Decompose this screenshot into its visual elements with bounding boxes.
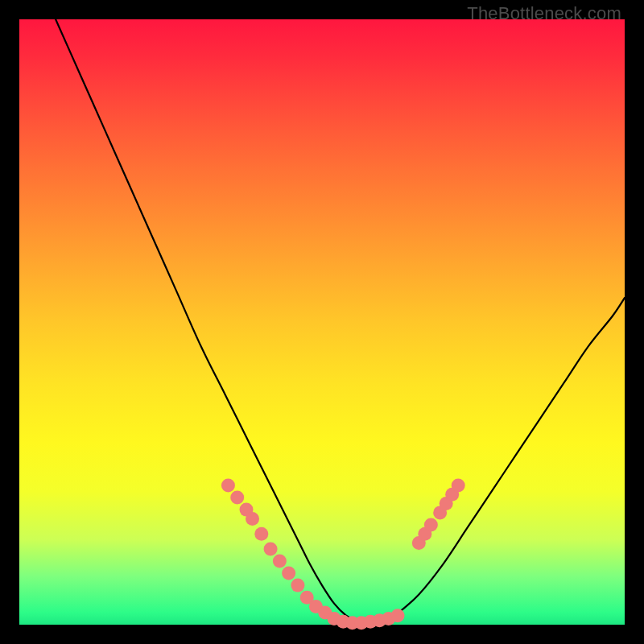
curve-markers-group [221, 479, 465, 630]
curve-marker [424, 518, 438, 531]
curve-marker [452, 479, 465, 493]
curve-marker [246, 512, 259, 526]
chart-svg [19, 19, 625, 625]
curve-marker [391, 609, 405, 622]
bottleneck-curve-line [56, 19, 625, 623]
curve-marker [264, 543, 278, 556]
curve-marker [230, 491, 244, 505]
curve-marker [254, 527, 268, 541]
curve-marker [273, 555, 287, 568]
curve-marker [282, 567, 295, 580]
curve-marker [221, 479, 235, 493]
curve-marker [291, 579, 304, 592]
chart-frame [19, 19, 625, 625]
